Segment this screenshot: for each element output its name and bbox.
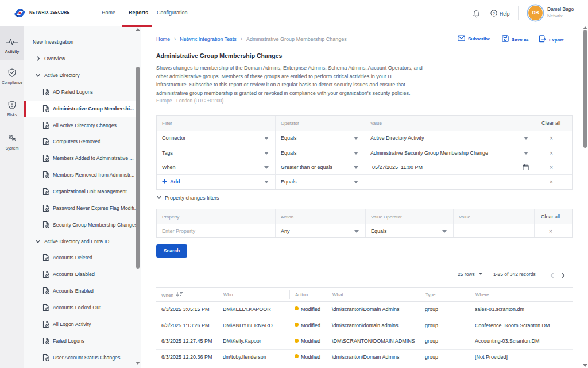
- svg-text:?: ?: [493, 11, 495, 16]
